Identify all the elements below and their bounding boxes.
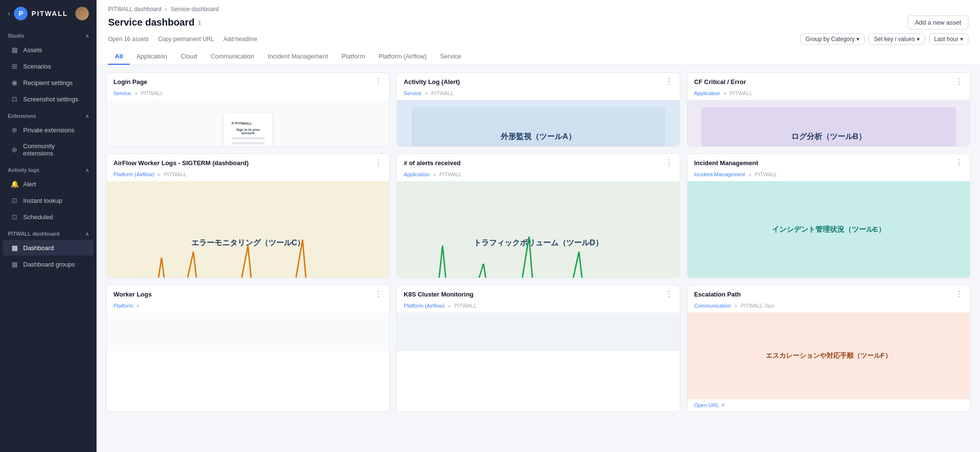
add-headline-link[interactable]: Add headline	[224, 36, 257, 42]
card-tag1: Platform (Airflow)	[404, 303, 444, 309]
card-header: Activity Log (Alert) ⋮	[397, 73, 679, 89]
sidebar-item-instant-lookup[interactable]: ⊡ Instant lookup	[3, 193, 94, 208]
tab-service[interactable]: Service	[434, 49, 468, 65]
card-incident-management: Incident Management ⋮ Incident Managemen…	[687, 154, 970, 278]
card-meta: Service » PITWALL	[107, 89, 389, 100]
sidebar-item-scheduled[interactable]: ⊡ Scheduled	[3, 209, 94, 225]
tab-communication[interactable]: Communication	[204, 49, 261, 65]
breadcrumb-pitwall[interactable]: PITWALL dashboard	[108, 6, 162, 13]
card-activity-log: Activity Log (Alert) ⋮ Service » PITWALL…	[396, 72, 680, 147]
card-header: Incident Management ⋮	[687, 154, 970, 170]
sidebar-item-scenarios[interactable]: ⊞ Scenarios	[3, 58, 94, 74]
card-menu-button[interactable]: ⋮	[955, 159, 963, 167]
tab-platform[interactable]: Platform	[335, 49, 372, 65]
card-menu-button[interactable]: ⋮	[375, 290, 382, 298]
card-menu-button[interactable]: ⋮	[375, 159, 382, 167]
scheduled-icon: ⊡	[11, 213, 18, 221]
mock-logo: P PITWALL	[232, 121, 265, 126]
card-meta: Application » PITWALL	[687, 89, 970, 100]
sidebar-item-private-extensions[interactable]: ⊕ Private extensions	[3, 122, 94, 138]
card-meta: Service » PITWALL	[397, 89, 679, 100]
topbar: PITWALL dashboard › Service dashboard Se…	[97, 0, 980, 65]
sidebar-item-assets[interactable]: ▦ Assets	[3, 42, 94, 57]
tab-incident-management[interactable]: Incident Management	[261, 49, 335, 65]
scenarios-icon: ⊞	[11, 62, 18, 70]
breadcrumb: PITWALL dashboard › Service dashboard	[108, 6, 968, 13]
chevron-up-icon: ∧	[85, 168, 89, 173]
card-menu-button[interactable]: ⋮	[665, 78, 673, 85]
card-meta: Incident Management » PITWALL	[687, 170, 970, 181]
add-asset-button[interactable]: Add a new asset	[908, 15, 968, 29]
card-meta: Communication » PITWALL Ops	[687, 302, 970, 312]
chevron-up-icon: ∧	[85, 113, 89, 119]
card-tag2: PITWALL	[141, 90, 164, 96]
card-preview[interactable]	[107, 312, 389, 351]
card-preview[interactable]: ログ分析（ツールB）	[687, 100, 970, 147]
open-assets-link[interactable]: Open 16 assets	[108, 36, 149, 42]
filter-controls: Group by Category ▾ Set key / values ▾ L…	[800, 33, 968, 45]
card-worker-logs: Worker Logs ⋮ Platform »	[106, 285, 390, 412]
card-tag1: Communication	[694, 303, 731, 309]
card-preview[interactable]	[397, 312, 679, 351]
section-pitwall-dashboard[interactable]: PITWALL dashboard ∧	[0, 225, 97, 240]
card-tag2: PITWALL	[755, 171, 778, 177]
card-header: Escalation Path ⋮	[687, 285, 970, 302]
card-cf-critical: CF Critical / Error ⋮ Application » PITW…	[687, 72, 970, 147]
dashboard-groups-icon: ▦	[11, 260, 18, 268]
spike-svg	[402, 227, 674, 278]
card-preview[interactable]: インシデント管理状況（ツールE）	[687, 181, 970, 278]
breadcrumb-service[interactable]: Service dashboard	[170, 6, 219, 13]
info-icon[interactable]: ℹ	[198, 19, 201, 27]
card-preview[interactable]: エスカレーションや対応手順（ツールF）	[687, 312, 970, 399]
page-title-area: Service dashboard ℹ	[108, 17, 201, 28]
section-activity-logs[interactable]: Activity logs ∧	[0, 161, 97, 176]
card-escalation-path: Escalation Path ⋮ Communication » PITWAL…	[687, 285, 970, 412]
copy-url-link[interactable]: Copy permanent URL	[158, 36, 214, 42]
avatar[interactable]	[75, 7, 89, 20]
sidebar-item-recipient-settings[interactable]: ◉ Recipient settings	[3, 75, 94, 90]
section-extensions[interactable]: Extensions ∧	[0, 107, 97, 122]
chevron-down-icon: ▾	[960, 36, 963, 42]
card-menu-button[interactable]: ⋮	[665, 290, 673, 298]
sidebar-item-screenshot-settings[interactable]: ⊡ Screenshot settings	[3, 91, 94, 107]
card-menu-button[interactable]: ⋮	[955, 78, 963, 85]
tab-application[interactable]: Application	[130, 49, 174, 65]
card-title: AirFlow Worker Logs - SIGTERM (dashboard…	[113, 159, 249, 167]
card-preview[interactable]: 外形監視（ツールA）	[397, 100, 679, 147]
section-studio[interactable]: Studio ∧	[0, 27, 97, 42]
card-k8s: K8S Cluster Monitoring ⋮ Platform (Airfl…	[396, 285, 680, 412]
card-menu-button[interactable]: ⋮	[955, 290, 963, 298]
sidebar-header: ‹ P PITWALL	[0, 0, 97, 27]
back-button[interactable]: ‹	[8, 9, 10, 18]
tab-platform-airflow[interactable]: Platform (Airflow)	[372, 49, 434, 65]
card-tag1: Application	[404, 171, 430, 177]
last-hour-button[interactable]: Last hour ▾	[929, 33, 968, 45]
card-tag2: PITWALL	[454, 303, 477, 309]
card-tag1: Platform (Airflow)	[113, 171, 154, 177]
group-by-button[interactable]: Group by Category ▾	[800, 33, 865, 45]
tab-all[interactable]: All	[108, 49, 130, 65]
card-menu-button[interactable]: ⋮	[375, 78, 382, 85]
card-meta: Platform »	[107, 302, 389, 312]
card-tag1: Incident Management	[694, 171, 745, 177]
sub-actions: Open 16 assets · Copy permanent URL · Ad…	[108, 33, 968, 45]
set-key-button[interactable]: Set key / values ▾	[868, 33, 925, 45]
sub-links: Open 16 assets · Copy permanent URL · Ad…	[108, 36, 257, 42]
private-ext-icon: ⊕	[11, 126, 18, 134]
card-meta: Application » PITWALL	[397, 170, 679, 181]
card-preview[interactable]: エラーモニタリング（ツールC）	[107, 181, 389, 278]
open-url-link[interactable]: Open URL ↗	[687, 399, 970, 411]
card-tag1: Service	[404, 90, 421, 96]
dashboard-icon: ▦	[11, 244, 18, 252]
sidebar-item-dashboard[interactable]: ▦ Dashboard	[3, 240, 94, 255]
card-airflow: AirFlow Worker Logs - SIGTERM (dashboard…	[106, 154, 390, 278]
card-preview[interactable]: トラフィックボリューム（ツールD）	[397, 181, 679, 278]
tab-cloud[interactable]: Cloud	[174, 49, 204, 65]
card-title: Activity Log (Alert)	[404, 78, 460, 85]
sidebar-item-dashboard-groups[interactable]: ▦ Dashboard groups	[3, 256, 94, 272]
sidebar-item-alert[interactable]: 🔔 Alert	[3, 176, 94, 192]
card-preview[interactable]: P PITWALL Sign in to your account	[107, 100, 389, 147]
sidebar-item-community-extensions[interactable]: ⊕ Community extensions	[3, 139, 94, 161]
chevron-down-icon: ▾	[856, 36, 859, 42]
card-menu-button[interactable]: ⋮	[665, 159, 673, 167]
